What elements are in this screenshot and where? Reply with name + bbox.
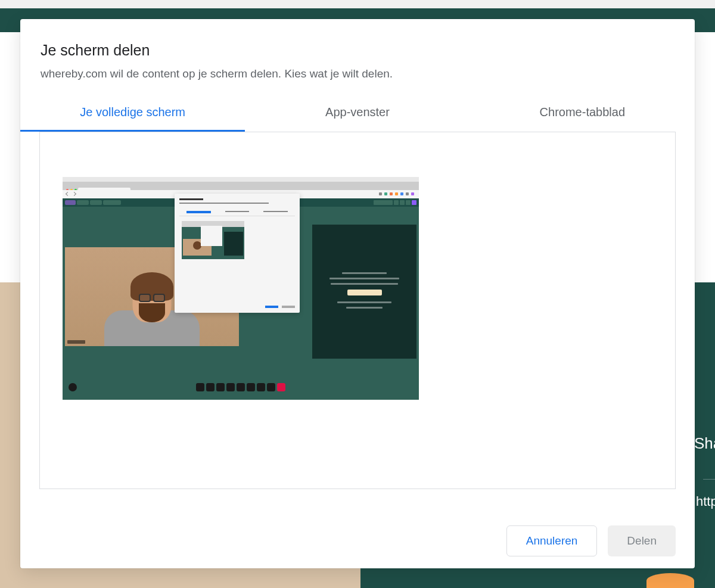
screen-thumbnail-option[interactable] <box>63 177 419 400</box>
browser-chrome-header <box>0 0 715 8</box>
share-screen-dialog: Je scherm delen whereby.com wil de conte… <box>20 19 695 568</box>
toolbar-icon-8 <box>267 383 275 391</box>
ext-icon-3 <box>390 192 393 195</box>
bg-divider <box>703 479 715 480</box>
thumb-inner-title <box>179 198 203 200</box>
ext-icon-6 <box>406 192 409 195</box>
thumb-dark-content <box>319 272 409 309</box>
bg-partial-text-2: http <box>696 494 715 509</box>
ext-icon-7 <box>411 192 414 195</box>
thumb-inner-preview-dark <box>224 232 243 256</box>
thumb-dark-line-4 <box>337 301 391 303</box>
thumb-inner-tab-2 <box>225 211 250 212</box>
toolbar-icon-2 <box>206 383 214 391</box>
tab-entire-screen[interactable]: Je volledige scherm <box>20 97 245 132</box>
thumb-brand-badge <box>65 200 76 205</box>
thumb-inner-btn-1 <box>265 306 278 308</box>
cancel-button[interactable]: Annuleren <box>506 525 598 556</box>
toolbar-icon-7 <box>257 383 265 391</box>
thumb-badge-2 <box>90 200 102 205</box>
thumb-inner-tab-1 <box>186 211 211 213</box>
thumb-inner-buttons <box>265 306 295 308</box>
forward-arrow-icon <box>72 192 76 196</box>
thumb-topbar-btn-2 <box>394 200 399 205</box>
thumb-nested-dialog <box>175 194 300 313</box>
thumb-topbar-btn-5 <box>412 200 416 205</box>
thumb-topbar-btn-4 <box>406 200 411 205</box>
toolbar-icon-4 <box>226 383 235 391</box>
ext-icon-5 <box>400 192 403 195</box>
thumb-os-menubar <box>63 177 419 182</box>
bg-orange-fab <box>646 573 694 588</box>
toolbar-icon-3 <box>216 383 225 391</box>
thumb-topbar-right <box>374 200 416 205</box>
thumb-dark-panel <box>312 225 416 359</box>
bg-partial-text-1: Sha <box>694 434 715 453</box>
thumb-extensions-row <box>379 192 414 195</box>
thumb-dark-line-2 <box>329 278 400 279</box>
thumb-inner-tab-3 <box>263 211 288 212</box>
ext-icon-2 <box>384 192 387 195</box>
glass-lens-right <box>153 294 165 302</box>
back-arrow-icon <box>66 192 70 196</box>
thumb-inner-preview-inner <box>201 226 222 246</box>
thumb-inner-preview <box>182 221 244 259</box>
glass-lens-left <box>139 294 151 302</box>
person-beard <box>139 303 165 322</box>
thumb-avatar-icon <box>69 383 77 391</box>
screen-picker-area <box>39 132 676 489</box>
thumb-dark-btn <box>347 290 382 295</box>
share-button[interactable]: Delen <box>608 525 676 556</box>
ext-icon-1 <box>379 192 382 195</box>
thumb-inner-tabs <box>179 209 295 216</box>
thumb-video-name-label <box>67 340 85 344</box>
dialog-subtitle: whereby.com wil de content op je scherm … <box>20 67 695 97</box>
share-source-tabs: Je volledige scherm App-venster Chrome-t… <box>20 97 695 132</box>
tab-content-wrapper <box>20 132 695 489</box>
tab-chrome-tab[interactable]: Chrome-tabblad <box>470 97 695 132</box>
thumb-nav-arrows-icon <box>66 192 76 195</box>
toolbar-icon-1 <box>196 383 204 391</box>
toolbar-icon-5 <box>237 383 245 391</box>
tab-app-window[interactable]: App-venster <box>245 97 470 132</box>
thumb-topbar-btn-1 <box>374 200 393 205</box>
glasses-icon <box>137 294 167 302</box>
dialog-title: Je scherm delen <box>20 42 695 67</box>
thumb-dark-line-1 <box>342 272 387 274</box>
thumb-toolbar <box>196 383 285 391</box>
toolbar-icon-leave <box>277 383 285 391</box>
thumb-dark-line-5 <box>346 307 382 309</box>
dialog-button-row: Annuleren Delen <box>506 525 676 556</box>
toolbar-icon-6 <box>247 383 255 391</box>
thumb-topbar-btn-3 <box>400 200 405 205</box>
thumb-browser-tabbar <box>63 182 419 190</box>
thumb-topbar-left <box>65 200 121 205</box>
thumb-badge-3 <box>103 200 121 205</box>
thumb-dark-line-3 <box>331 283 398 285</box>
thumb-badge-1 <box>77 200 89 205</box>
ext-icon-4 <box>395 192 398 195</box>
thumb-inner-btn-2 <box>282 306 295 308</box>
thumb-inner-subtitle <box>179 203 269 204</box>
